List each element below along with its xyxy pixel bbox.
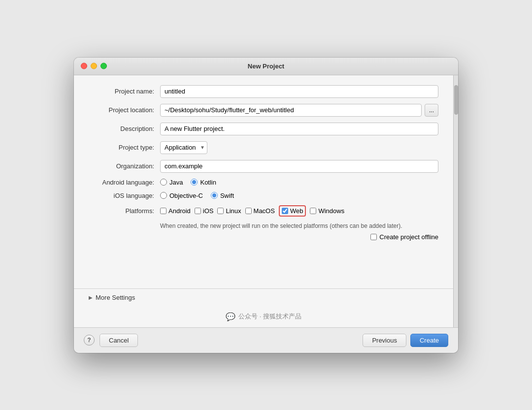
- offline-row: Create project offline: [89, 233, 438, 241]
- platform-web-checkbox[interactable]: [282, 208, 288, 214]
- browse-button[interactable]: ...: [425, 104, 438, 117]
- platform-ios-option[interactable]: iOS: [195, 207, 214, 215]
- organization-control: [160, 160, 438, 173]
- ios-language-label: iOS language:: [89, 192, 160, 199]
- description-input[interactable]: [160, 123, 438, 135]
- watermark-text: 公众号 · 搜狐技术产品: [238, 312, 301, 321]
- platform-android-option[interactable]: Android: [160, 207, 191, 215]
- ios-language-row: iOS language: Objective-C Swift: [89, 192, 438, 199]
- android-language-control: Java Kotlin: [160, 179, 438, 186]
- ios-objc-radio[interactable]: [160, 192, 167, 199]
- platform-windows-option[interactable]: Windows: [310, 207, 344, 215]
- footer: ? Cancel Previous Create: [74, 327, 458, 353]
- android-java-label: Java: [169, 179, 183, 186]
- platform-windows-checkbox[interactable]: [310, 208, 316, 214]
- watermark: 💬 公众号 · 搜狐技术产品: [74, 306, 453, 327]
- platform-linux-option[interactable]: Linux: [217, 207, 241, 215]
- android-java-radio[interactable]: [160, 179, 167, 186]
- platform-android-checkbox[interactable]: [160, 208, 166, 214]
- android-kotlin-label: Kotlin: [200, 179, 216, 186]
- android-kotlin-radio[interactable]: [191, 179, 198, 186]
- offline-label: Create project offline: [379, 233, 438, 241]
- project-name-row: Project name:: [89, 85, 438, 98]
- platforms-control: Android iOS Linux MacOS: [160, 205, 438, 217]
- project-name-label: Project name:: [89, 88, 160, 95]
- project-type-select[interactable]: Application Plugin Module Package: [165, 144, 198, 151]
- project-type-label: Project type:: [89, 144, 160, 151]
- project-type-row: Project type: Application Plugin Module …: [89, 141, 438, 154]
- project-location-control: ...: [160, 104, 438, 117]
- ios-swift-option[interactable]: Swift: [211, 192, 234, 199]
- create-button[interactable]: Create: [410, 334, 448, 347]
- ios-language-control: Objective-C Swift: [160, 192, 438, 199]
- footer-left: ? Cancel: [84, 334, 138, 347]
- dialog-title: New Project: [248, 63, 284, 70]
- project-location-label: Project location:: [89, 106, 160, 114]
- organization-row: Organization:: [89, 160, 438, 173]
- platform-macos-checkbox[interactable]: [245, 208, 252, 214]
- web-highlight: Web: [279, 205, 306, 217]
- more-settings-label: More Settings: [96, 294, 135, 301]
- project-location-row: Project location: ...: [89, 104, 438, 117]
- platform-linux-checkbox[interactable]: [217, 208, 224, 214]
- organization-input[interactable]: [160, 160, 438, 173]
- android-kotlin-option[interactable]: Kotlin: [191, 179, 216, 186]
- scroll-thumb[interactable]: [454, 85, 458, 115]
- close-button[interactable]: [81, 63, 87, 69]
- offline-option[interactable]: Create project offline: [370, 233, 438, 241]
- chevron-right-icon: ▶: [89, 295, 93, 300]
- new-project-dialog: New Project Project name: Project locati…: [74, 58, 458, 353]
- minimize-button[interactable]: [91, 63, 97, 69]
- platform-ios-checkbox[interactable]: [195, 208, 201, 214]
- form-content: Project name: Project location: ... Desc…: [74, 75, 453, 256]
- platforms-hint: When created, the new project will run o…: [160, 222, 438, 229]
- titlebar: New Project: [74, 58, 458, 75]
- platform-ios-label: iOS: [203, 207, 214, 215]
- project-name-control: [160, 85, 438, 98]
- platforms-label: Platforms:: [89, 207, 160, 215]
- more-settings-section: ▶ More Settings: [74, 288, 453, 306]
- platform-web-label: Web: [290, 207, 303, 215]
- traffic-lights: [81, 63, 107, 69]
- platform-web-option[interactable]: Web: [282, 207, 303, 215]
- android-java-option[interactable]: Java: [160, 179, 183, 186]
- more-settings-toggle[interactable]: ▶ More Settings: [89, 294, 438, 301]
- previous-button[interactable]: Previous: [363, 334, 406, 347]
- maximize-button[interactable]: [100, 63, 107, 69]
- description-control: [160, 123, 438, 135]
- ios-swift-radio[interactable]: [211, 192, 218, 199]
- description-row: Description:: [89, 123, 438, 135]
- description-label: Description:: [89, 125, 160, 132]
- offline-checkbox[interactable]: [370, 234, 377, 240]
- vertical-scrollbar[interactable]: [453, 75, 458, 327]
- ios-objc-label: Objective-C: [169, 192, 203, 199]
- wechat-icon: 💬: [226, 312, 235, 321]
- android-language-label: Android language:: [89, 179, 160, 186]
- platform-windows-label: Windows: [318, 207, 344, 215]
- platforms-row: Platforms: Android iOS Linux: [89, 205, 438, 217]
- chevron-down-icon: ▼: [200, 145, 205, 150]
- platform-android-label: Android: [168, 207, 191, 215]
- platform-macos-label: MacOS: [254, 207, 275, 215]
- platform-macos-option[interactable]: MacOS: [245, 207, 275, 215]
- ios-swift-label: Swift: [220, 192, 234, 199]
- ios-objc-option[interactable]: Objective-C: [160, 192, 203, 199]
- platform-linux-label: Linux: [226, 207, 241, 215]
- cancel-button[interactable]: Cancel: [100, 334, 138, 347]
- footer-right: Previous Create: [363, 334, 448, 347]
- android-language-row: Android language: Java Kotlin: [89, 179, 438, 186]
- project-type-select-wrapper[interactable]: Application Plugin Module Package ▼: [160, 141, 207, 154]
- help-button[interactable]: ?: [84, 335, 95, 346]
- organization-label: Organization:: [89, 162, 160, 170]
- project-location-input[interactable]: [160, 104, 422, 117]
- project-name-input[interactable]: [160, 85, 438, 98]
- project-type-control: Application Plugin Module Package ▼: [160, 141, 438, 154]
